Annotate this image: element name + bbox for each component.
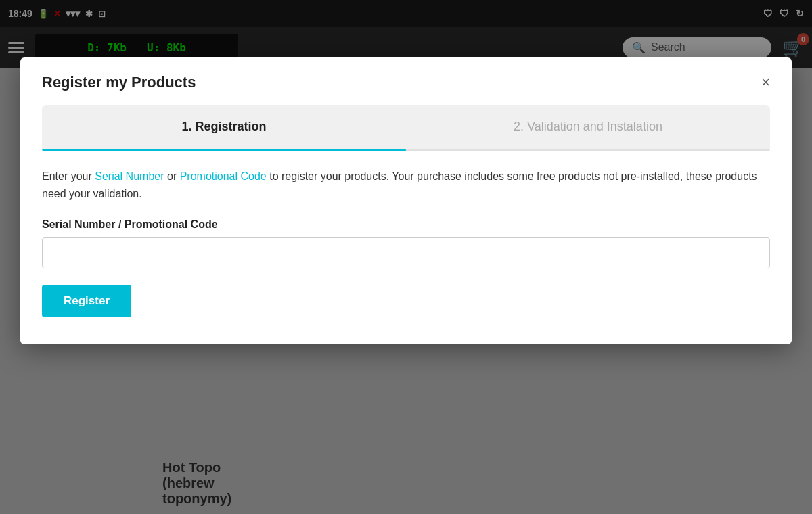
tabs-row: 1. Registration 2. Validation and Instal… <box>42 105 770 149</box>
modal-title: Register my Products <box>42 74 196 91</box>
form-description: Enter your Serial Number or Promotional … <box>42 168 770 202</box>
tab-validation-label: 2. Validation and Instalation <box>514 120 662 133</box>
tabs-container: 1. Registration 2. Validation and Instal… <box>42 105 770 151</box>
modal-overlay: Register my Products × 1. Registration 2… <box>0 0 812 514</box>
modal-header: Register my Products × <box>42 74 770 91</box>
field-label: Serial Number / Promotional Code <box>42 218 770 231</box>
serial-number-link[interactable]: Serial Number <box>95 170 164 182</box>
tab-validation[interactable]: 2. Validation and Instalation <box>406 105 770 149</box>
promotional-code-link[interactable]: Promotional Code <box>180 170 267 182</box>
tab-registration-label: 1. Registration <box>181 120 266 133</box>
serial-number-input[interactable] <box>42 237 770 268</box>
register-modal: Register my Products × 1. Registration 2… <box>20 57 792 344</box>
desc-part2: or <box>164 170 180 182</box>
register-button[interactable]: Register <box>42 285 131 317</box>
modal-close-button[interactable]: × <box>761 75 770 90</box>
tabs-progress-bar <box>42 149 770 151</box>
desc-part1: Enter your <box>42 170 95 182</box>
tab-registration[interactable]: 1. Registration <box>42 105 406 149</box>
tabs-progress-fill <box>42 149 406 151</box>
